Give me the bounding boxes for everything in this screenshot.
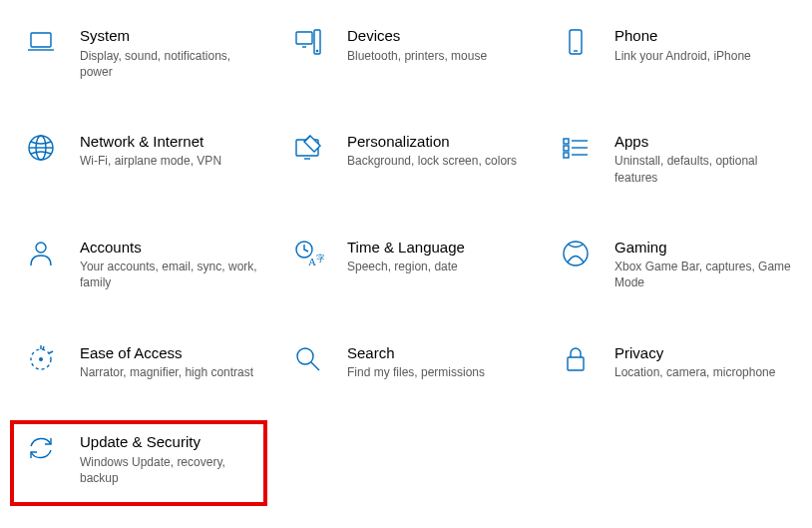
tile-title: Phone (614, 26, 792, 46)
tile-title: Network & Internet (80, 132, 257, 152)
tile-description: Xbox Game Bar, captures, Game Mode (614, 259, 792, 290)
person-icon (20, 238, 62, 269)
tile-description: Bluetooth, printers, mouse (347, 48, 525, 64)
settings-tile-privacy[interactable]: PrivacyLocation, camera, microphone (545, 337, 802, 387)
settings-tile-update[interactable]: Update & SecurityWindows Update, recover… (10, 420, 267, 506)
pen-monitor-icon (287, 132, 329, 164)
settings-tile-ease[interactable]: Ease of AccessNarrator, magnifier, high … (10, 337, 267, 387)
tile-title: Ease of Access (80, 343, 257, 363)
tile-title: Personalization (347, 132, 525, 152)
tile-description: Wi-Fi, airplane mode, VPN (80, 153, 257, 169)
tile-description: Find my files, permissions (347, 364, 525, 380)
settings-tile-gaming[interactable]: GamingXbox Game Bar, captures, Game Mode (545, 232, 802, 297)
settings-tile-time[interactable]: Time & LanguageSpeech, region, date (277, 232, 535, 297)
apps-list-icon (555, 132, 597, 164)
lock-icon (555, 343, 597, 375)
sync-icon (20, 432, 62, 464)
xbox-icon (555, 238, 597, 269)
laptop-icon (20, 26, 62, 58)
tile-description: Background, lock screen, colors (347, 153, 525, 169)
settings-tile-personalization[interactable]: PersonalizationBackground, lock screen, … (277, 126, 535, 192)
tile-title: Privacy (614, 343, 792, 363)
tile-description: Speech, region, date (347, 259, 525, 274)
tile-title: Search (347, 343, 525, 363)
tile-title: Accounts (80, 238, 257, 258)
settings-tile-phone[interactable]: PhoneLink your Android, iPhone (545, 20, 802, 86)
ease-icon (20, 343, 62, 375)
tile-description: Link your Android, iPhone (614, 48, 792, 64)
settings-tile-apps[interactable]: AppsUninstall, defaults, optional featur… (545, 126, 802, 192)
search-icon (287, 343, 329, 375)
tile-description: Location, camera, microphone (614, 364, 792, 380)
time-lang-icon (287, 238, 329, 269)
settings-tile-devices[interactable]: DevicesBluetooth, printers, mouse (277, 20, 535, 86)
tile-description: Narrator, magnifier, high contrast (80, 364, 257, 380)
tile-title: Update & Security (80, 432, 257, 452)
tile-title: Gaming (614, 238, 792, 258)
tile-description: Uninstall, defaults, optional features (614, 153, 792, 185)
tile-description: Display, sound, notifications, power (80, 48, 257, 80)
phone-icon (555, 26, 597, 58)
devices-icon (287, 26, 329, 58)
settings-tile-network[interactable]: Network & InternetWi-Fi, airplane mode, … (10, 126, 267, 192)
settings-tile-system[interactable]: SystemDisplay, sound, notifications, pow… (10, 20, 267, 86)
tile-title: Devices (347, 26, 525, 46)
tile-title: Time & Language (347, 238, 525, 258)
tile-description: Your accounts, email, sync, work, family (80, 259, 257, 290)
settings-tile-accounts[interactable]: AccountsYour accounts, email, sync, work… (10, 232, 267, 297)
tile-title: System (80, 26, 257, 46)
tile-description: Windows Update, recovery, backup (80, 454, 257, 486)
tile-title: Apps (614, 132, 792, 152)
globe-icon (20, 132, 62, 164)
settings-tile-search[interactable]: SearchFind my files, permissions (277, 337, 535, 387)
